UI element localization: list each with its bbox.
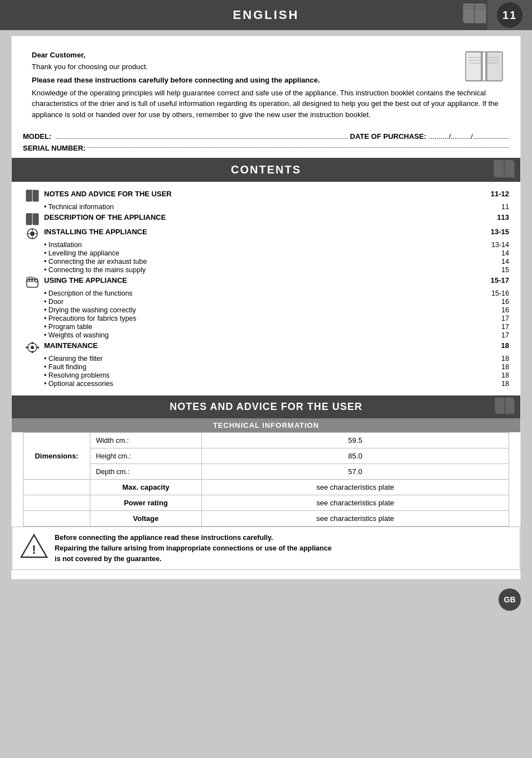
toc-installing: INSTALLING THE APPLIANCE 13-15 • Install… — [23, 228, 509, 274]
toc-notes-sub-label-0: • Technical information — [44, 203, 481, 211]
toc-maint-sub-2: • Resolving problems 18 — [23, 371, 509, 379]
dimensions-label: Dimensions: — [23, 433, 90, 480]
toc-maint-sub-label-3: • Optional accessories — [44, 380, 481, 388]
serial-label: SERIAL NUMBER: — [23, 144, 85, 152]
model-dots — [56, 138, 347, 139]
toc-using-sub-page-1: 16 — [481, 298, 509, 306]
voltage-label: Voltage — [90, 511, 202, 527]
tech-table: Dimensions: Width cm.: 59.5 Height cm.: … — [23, 432, 509, 527]
toc-description-main: DESCRIPTION OF THE APPLIANCE 113 — [23, 213, 509, 225]
toc-using-icon — [23, 276, 42, 288]
toc-notes-label: NOTES AND ADVICE FOR THE USER — [44, 190, 481, 198]
toc-notes-sub-0: • Technical information 11 — [23, 203, 509, 211]
toc-maint-sub-page-2: 18 — [481, 371, 509, 379]
toc-notes-icon — [23, 190, 42, 202]
toc-using-sub-0: • Description of the functions 15-16 — [23, 289, 509, 297]
toc-install-sub-label-1: • Levelling the appliance — [44, 249, 481, 257]
toc-maint-sub-3: • Optional accessories 18 — [23, 380, 509, 388]
max-capacity-value: see characteristics plate — [202, 480, 509, 495]
svg-rect-24 — [33, 214, 38, 225]
svg-rect-9 — [487, 52, 502, 81]
toc-notes-page: 11-12 — [481, 190, 509, 198]
toc-installing-page: 13-15 — [481, 228, 509, 236]
knowledge-text: Knowledge of the operating principles wi… — [32, 88, 500, 120]
toc-install-sub-page-2: 14 — [481, 258, 509, 265]
toc-installing-main: INSTALLING THE APPLIANCE 13-15 — [23, 228, 509, 240]
table-row-voltage: Voltage see characteristics plate — [23, 511, 509, 527]
toc-maintenance-label: MAINTENANCE — [44, 341, 481, 350]
header-title: ENGLISH — [233, 8, 299, 22]
serial-dots — [88, 147, 509, 148]
toc-description-label: DESCRIPTION OF THE APPLIANCE — [44, 213, 481, 221]
contents-header: CONTENTS — [12, 158, 520, 182]
notes-title: NOTES AND ADVICE FOR THE USER — [170, 401, 362, 413]
page: ENGLISH 11 — [0, 0, 532, 758]
warning-line3: is not covered by the guarantee. — [55, 555, 162, 563]
warning-line2: Repairing the failure arising from inapp… — [55, 544, 332, 552]
please-read-text: Please read these instructions carefully… — [32, 76, 500, 84]
toc-notes: NOTES AND ADVICE FOR THE USER 11-12 • Te… — [23, 190, 509, 211]
width-label: Width cm.: — [90, 433, 202, 448]
svg-rect-20 — [26, 190, 32, 201]
power-value: see characteristics plate — [202, 495, 509, 511]
toc-using-sub-label-5: • Weights of washing — [44, 331, 481, 339]
toc-using-sub-page-5: 17 — [481, 331, 509, 339]
toc-install-sub-page-0: 13-14 — [481, 241, 509, 249]
toc-using-sub-label-2: • Drying the washing correctly — [44, 306, 481, 314]
table-row-power: Power rating see characteristics plate — [23, 495, 509, 511]
svg-point-27 — [30, 231, 35, 236]
tech-info-subheader: TECHNICAL INFORMATION — [12, 418, 520, 432]
toc-using-sub-5: • Weights of washing 17 — [23, 331, 509, 339]
thank-you-text: Thank you for choosing our product. — [32, 61, 500, 73]
voltage-value: see characteristics plate — [202, 511, 509, 527]
toc-notes-main: NOTES AND ADVICE FOR THE USER 11-12 — [23, 190, 509, 202]
toc-install-sub-label-2: • Connecting the air exhaust tube — [44, 258, 481, 265]
toc-installing-icon — [23, 228, 42, 240]
toc-install-sub-0: • Installation 13-14 — [23, 241, 509, 249]
toc-maintenance-icon — [23, 341, 42, 354]
height-label: Height cm.: — [90, 448, 202, 464]
intro-book-icon — [465, 51, 504, 84]
toc-install-sub-2: • Connecting the air exhaust tube 14 — [23, 258, 509, 265]
toc-description: DESCRIPTION OF THE APPLIANCE 113 — [23, 213, 509, 225]
date-value: ........../........../.................. — [429, 132, 509, 141]
toc-install-sub-label-3: • Connecting to the mains supply — [44, 266, 481, 274]
depth-label: Depth cm.: — [90, 464, 202, 480]
toc-notes-sub-page-0: 11 — [481, 203, 509, 211]
toc-using-sub-page-3: 17 — [481, 315, 509, 322]
page-number-badge: 11 — [487, 0, 532, 30]
main-content: Dear Customer, Thank you for choosing ou… — [11, 36, 521, 580]
tech-info-title: TECHNICAL INFORMATION — [213, 421, 319, 429]
header-bar: ENGLISH 11 — [0, 0, 532, 30]
toc-using: USING THE APPLIANCE 15-17 • Description … — [23, 276, 509, 339]
toc-using-sub-page-0: 15-16 — [481, 289, 509, 297]
width-value: 59.5 — [202, 433, 509, 448]
toc-maint-sub-label-1: • Fault finding — [44, 363, 481, 371]
warning-line1: Before connecting the appliance read the… — [55, 534, 273, 542]
svg-rect-23 — [26, 214, 32, 225]
svg-rect-39 — [32, 342, 33, 344]
gb-badge: GB — [499, 588, 521, 611]
max-capacity-label-cell — [23, 480, 90, 495]
toc-using-sub-label-1: • Door — [44, 298, 481, 306]
svg-point-38 — [31, 346, 34, 349]
max-capacity-label: Max. capacity — [90, 480, 202, 495]
toc-install-sub-page-1: 14 — [481, 249, 509, 257]
warning-text-block: Before connecting the appliance read the… — [55, 533, 332, 564]
toc-using-label: USING THE APPLIANCE — [44, 276, 481, 284]
serial-line: SERIAL NUMBER: — [23, 144, 509, 152]
table-row-height: Height cm.: 85.0 — [23, 448, 509, 464]
depth-value: 57.0 — [202, 464, 509, 480]
toc-maint-sub-label-0: • Cleaning the filter — [44, 355, 481, 363]
warning-box: ! Before connecting the appliance read t… — [12, 527, 520, 570]
notes-section-header: NOTES AND ADVICE FOR THE USER — [12, 395, 520, 418]
contents-icon — [494, 160, 515, 180]
svg-rect-40 — [32, 351, 33, 353]
contents-body: NOTES AND ADVICE FOR THE USER 11-12 • Te… — [23, 182, 509, 395]
table-row-depth: Depth cm.: 57.0 — [23, 464, 509, 480]
toc-maintenance-main: MAINTENANCE 18 — [23, 341, 509, 354]
toc-using-page: 15-17 — [481, 276, 509, 284]
table-row-width: Dimensions: Width cm.: 59.5 — [23, 433, 509, 448]
warning-triangle-icon: ! — [20, 533, 48, 561]
toc-maint-sub-page-1: 18 — [481, 363, 509, 371]
